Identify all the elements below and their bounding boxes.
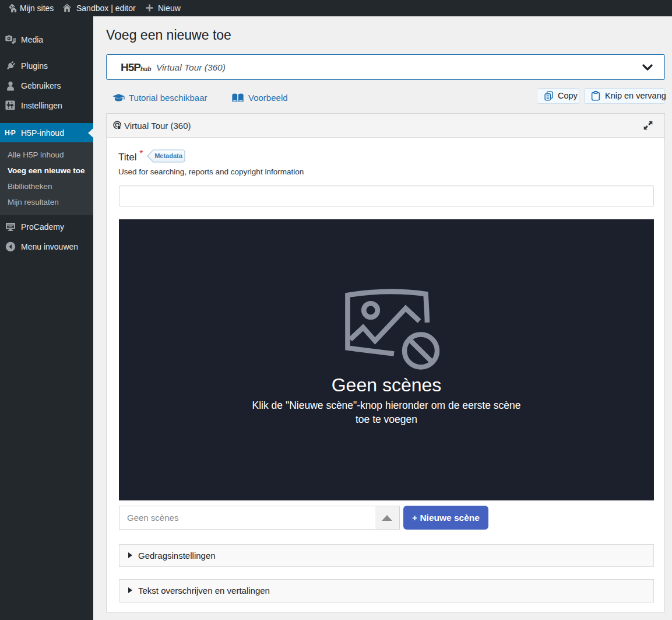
svg-text:H·P: H·P bbox=[5, 129, 16, 136]
svg-text:Metadata: Metadata bbox=[154, 152, 183, 159]
